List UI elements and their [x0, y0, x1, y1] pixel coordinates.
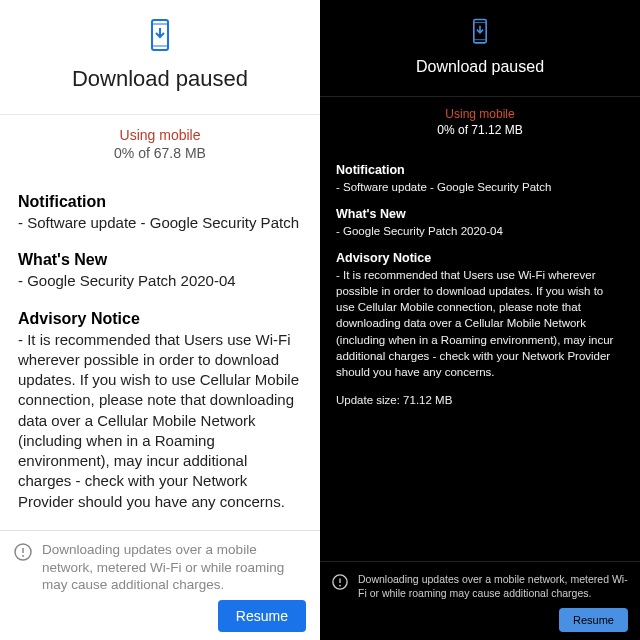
download-status: Using mobile 0% of 67.8 MB — [0, 127, 320, 161]
info-icon — [14, 543, 32, 565]
header: Download paused — [0, 0, 320, 102]
divider — [320, 96, 640, 97]
footer-warning: Downloading updates over a mobile networ… — [358, 572, 628, 600]
update-size: Update size: 71.12 MB — [336, 394, 624, 406]
footer: Downloading updates over a mobile networ… — [320, 561, 640, 640]
footer: Downloading updates over a mobile networ… — [0, 530, 320, 640]
divider — [0, 114, 320, 115]
whatsnew-body: - Google Security Patch 2020-04 — [336, 223, 624, 239]
notification-body: - Software update - Google Security Patc… — [18, 213, 302, 233]
advisory-body: - It is recommended that Users use Wi-Fi… — [336, 267, 624, 380]
download-status: Using mobile 0% of 71.12 MB — [320, 107, 640, 137]
page-title: Download paused — [320, 58, 640, 76]
update-panel-dark: Download paused Using mobile 0% of 71.12… — [320, 0, 640, 640]
advisory-heading: Advisory Notice — [336, 251, 624, 265]
phone-download-icon — [146, 18, 174, 58]
svg-point-4 — [22, 555, 24, 557]
notification-heading: Notification — [336, 163, 624, 177]
whatsnew-body: - Google Security Patch 2020-04 — [18, 271, 302, 291]
svg-point-9 — [339, 584, 341, 586]
page-title: Download paused — [0, 66, 320, 92]
header: Download paused — [320, 0, 640, 86]
network-label: Using mobile — [0, 127, 320, 143]
update-panel-light: Download paused Using mobile 0% of 67.8 … — [0, 0, 320, 640]
info-icon — [332, 574, 348, 594]
progress-label: 0% of 71.12 MB — [320, 123, 640, 137]
progress-label: 0% of 67.8 MB — [0, 145, 320, 161]
phone-download-icon — [469, 18, 491, 50]
advisory-heading: Advisory Notice — [18, 310, 302, 328]
whatsnew-heading: What's New — [336, 207, 624, 221]
notification-body: - Software update - Google Security Patc… — [336, 179, 624, 195]
whatsnew-heading: What's New — [18, 251, 302, 269]
notification-heading: Notification — [18, 193, 302, 211]
advisory-body: - It is recommended that Users use Wi-Fi… — [18, 330, 302, 512]
resume-button[interactable]: Resume — [218, 600, 306, 632]
footer-warning: Downloading updates over a mobile networ… — [42, 541, 306, 594]
resume-button[interactable]: Resume — [559, 608, 628, 632]
network-label: Using mobile — [320, 107, 640, 121]
